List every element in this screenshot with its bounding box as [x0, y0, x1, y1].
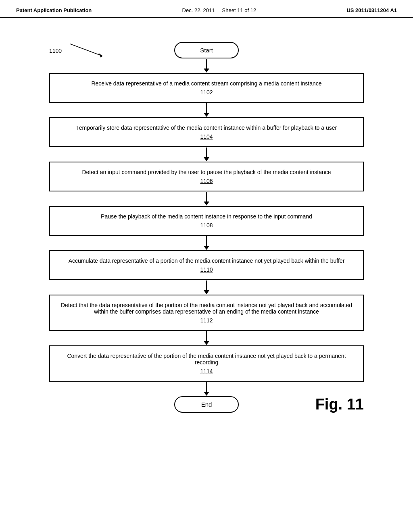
step-1114: Convert the data representative of the p… — [49, 345, 364, 382]
header: Patent Application Publication Dec. 22, … — [0, 0, 413, 18]
step-1104-text: Temporarily store data representative of… — [76, 125, 337, 131]
header-sheet: Sheet 11 of 12 — [222, 7, 257, 13]
flowchart-container: 1100 Start — [0, 18, 413, 429]
arrow-6 — [204, 331, 209, 345]
step-1106-text: Detect an input command provided by the … — [82, 169, 331, 175]
diagram-area: 1100 Start — [24, 42, 389, 413]
step-1112-text: Detect that the data representative of t… — [61, 302, 352, 315]
step-1102-text: Receive data representative of a media c… — [91, 80, 321, 87]
header-center: Dec. 22, 2011 Sheet 11 of 12 — [182, 7, 257, 13]
arrow-5 — [204, 280, 209, 295]
step-1104-num: 1104 — [58, 133, 355, 140]
arrow-4 — [204, 236, 209, 250]
svg-line-0 — [70, 44, 102, 56]
step-1112: Detect that the data representative of t… — [49, 295, 364, 331]
fig-label: Fig. 11 — [315, 396, 364, 413]
step-1108-text: Pause the playback of the media content … — [101, 213, 312, 220]
arrow-1 — [204, 103, 209, 117]
page: Patent Application Publication Dec. 22, … — [0, 0, 413, 532]
step-1106-num: 1106 — [58, 178, 355, 184]
header-right: US 2011/0311204 A1 — [346, 7, 397, 13]
label-1100: 1100 — [49, 48, 62, 54]
arrow-2 — [204, 147, 209, 162]
step-1104: Temporarily store data representative of… — [49, 117, 364, 147]
step-1102-num: 1102 — [58, 89, 355, 96]
step-1108-num: 1108 — [58, 222, 355, 229]
end-label: End — [201, 401, 212, 408]
step-1110-text: Accumulate data representative of a port… — [69, 258, 345, 264]
arrow-3 — [204, 191, 209, 206]
step-1102: Receive data representative of a media c… — [49, 73, 364, 103]
header-left: Patent Application Publication — [16, 7, 92, 13]
svg-marker-1 — [98, 53, 102, 58]
end-box: End — [174, 396, 239, 413]
step-1110: Accumulate data representative of a port… — [49, 250, 364, 280]
step-1110-num: 1110 — [58, 266, 355, 273]
step-1114-num: 1114 — [58, 368, 355, 374]
start-box: Start — [174, 42, 239, 58]
step-1108: Pause the playback of the media content … — [49, 206, 364, 236]
step-1106: Detect an input command provided by the … — [49, 162, 364, 191]
arrow-0 — [204, 58, 209, 73]
arrow-7 — [204, 382, 209, 396]
step-1112-num: 1112 — [58, 317, 355, 324]
start-label: Start — [200, 47, 213, 54]
header-date: Dec. 22, 2011 — [182, 7, 215, 13]
step-1114-text: Convert the data representative of the p… — [67, 353, 346, 366]
